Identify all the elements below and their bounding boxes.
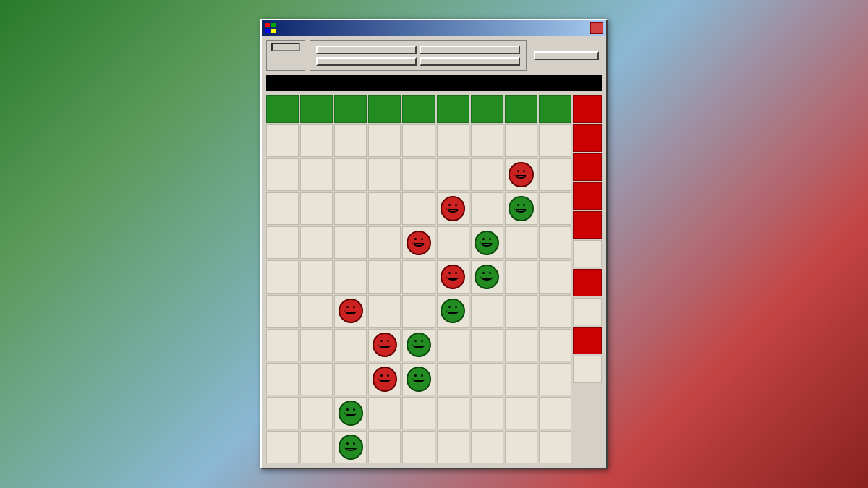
- cell-3-4[interactable]: [402, 226, 435, 259]
- cell-8-8[interactable]: [539, 397, 571, 429]
- cell-8-2[interactable]: [334, 397, 367, 429]
- cell-4-1[interactable]: [300, 260, 333, 293]
- cell-8-1[interactable]: [300, 397, 333, 429]
- cell-2-6[interactable]: [471, 192, 503, 225]
- cell-9-7[interactable]: [505, 431, 537, 463]
- cell-0-3[interactable]: [368, 124, 401, 157]
- close-button[interactable]: [590, 22, 603, 34]
- cell-7-3[interactable]: [368, 363, 401, 395]
- side-cell-6: [573, 269, 602, 296]
- cell-3-3[interactable]: [368, 226, 401, 259]
- cell-4-6[interactable]: [471, 260, 503, 293]
- cell-0-6[interactable]: [471, 124, 503, 157]
- about-button[interactable]: [420, 57, 520, 66]
- cell-4-4[interactable]: [402, 260, 435, 293]
- restart-button[interactable]: [316, 46, 417, 54]
- cell-0-0[interactable]: [266, 124, 299, 157]
- cell-8-6[interactable]: [471, 397, 503, 429]
- cell-4-2[interactable]: [334, 260, 367, 293]
- cell-3-7[interactable]: [505, 226, 537, 259]
- main-grid[interactable]: [266, 124, 571, 463]
- cell-1-5[interactable]: [437, 158, 469, 191]
- cell-7-2[interactable]: [334, 363, 367, 395]
- cell-9-1[interactable]: [300, 431, 333, 463]
- cell-4-0[interactable]: [266, 260, 299, 293]
- cell-0-4[interactable]: [402, 124, 435, 157]
- cell-3-1[interactable]: [300, 226, 333, 259]
- cell-6-5[interactable]: [437, 329, 469, 361]
- computer-start-button[interactable]: [316, 57, 417, 66]
- cell-2-1[interactable]: [300, 192, 333, 225]
- cell-2-4[interactable]: [402, 192, 435, 225]
- cell-0-5[interactable]: [437, 124, 469, 157]
- cell-6-4[interactable]: [402, 329, 435, 361]
- cell-5-5[interactable]: [437, 295, 469, 328]
- cell-9-2[interactable]: [334, 431, 367, 463]
- cell-1-3[interactable]: [368, 158, 401, 191]
- size-value: [271, 43, 300, 51]
- cell-4-5[interactable]: [437, 260, 469, 293]
- cell-9-8[interactable]: [539, 431, 571, 463]
- cell-5-0[interactable]: [266, 295, 299, 328]
- cell-9-0[interactable]: [266, 431, 299, 463]
- cell-3-0[interactable]: [266, 226, 299, 259]
- cell-5-6[interactable]: [471, 295, 503, 328]
- cell-7-6[interactable]: [471, 363, 503, 395]
- cell-8-4[interactable]: [402, 397, 435, 429]
- cell-5-2[interactable]: [334, 295, 367, 328]
- cell-9-3[interactable]: [368, 431, 401, 463]
- exit-button[interactable]: [534, 51, 599, 60]
- cell-7-8[interactable]: [539, 363, 571, 395]
- cell-8-3[interactable]: [368, 397, 401, 429]
- cell-2-2[interactable]: [334, 192, 367, 225]
- cell-5-8[interactable]: [539, 295, 571, 328]
- cell-5-3[interactable]: [368, 295, 401, 328]
- cell-6-3[interactable]: [368, 329, 401, 361]
- cell-7-0[interactable]: [266, 363, 299, 395]
- cell-3-2[interactable]: [334, 226, 367, 259]
- cell-6-2[interactable]: [334, 329, 367, 361]
- cell-7-4[interactable]: [402, 363, 435, 395]
- cell-6-0[interactable]: [266, 329, 299, 361]
- cell-0-1[interactable]: [300, 124, 333, 157]
- cell-3-8[interactable]: [539, 226, 571, 259]
- cell-0-7[interactable]: [505, 124, 537, 157]
- cell-2-8[interactable]: [539, 192, 571, 225]
- cell-5-7[interactable]: [505, 295, 537, 328]
- cell-0-2[interactable]: [334, 124, 367, 157]
- cell-2-3[interactable]: [368, 192, 401, 225]
- cell-8-7[interactable]: [505, 397, 537, 429]
- cell-1-4[interactable]: [402, 158, 435, 191]
- cell-7-5[interactable]: [437, 363, 469, 395]
- cell-9-4[interactable]: [402, 431, 435, 463]
- cell-1-2[interactable]: [334, 158, 367, 191]
- cell-6-8[interactable]: [539, 329, 571, 361]
- cell-4-3[interactable]: [368, 260, 401, 293]
- cell-1-6[interactable]: [471, 158, 503, 191]
- cell-0-8[interactable]: [539, 124, 571, 157]
- cell-2-0[interactable]: [266, 192, 299, 225]
- cell-5-4[interactable]: [402, 295, 435, 328]
- cell-8-0[interactable]: [266, 397, 299, 429]
- cell-6-7[interactable]: [505, 329, 537, 361]
- cell-7-1[interactable]: [300, 363, 333, 395]
- red-piece: [373, 333, 397, 357]
- cell-2-5[interactable]: [437, 192, 469, 225]
- cell-1-0[interactable]: [266, 158, 299, 191]
- cell-9-6[interactable]: [471, 431, 503, 463]
- cell-2-7[interactable]: [505, 192, 537, 225]
- cell-4-8[interactable]: [539, 260, 571, 293]
- cell-9-5[interactable]: [437, 431, 469, 463]
- cell-6-1[interactable]: [300, 329, 333, 361]
- cell-1-1[interactable]: [300, 158, 333, 191]
- cell-5-1[interactable]: [300, 295, 333, 328]
- cell-6-6[interactable]: [471, 329, 503, 361]
- cell-1-8[interactable]: [539, 158, 571, 191]
- cell-8-5[interactable]: [437, 397, 469, 429]
- cell-3-5[interactable]: [437, 226, 469, 259]
- cell-4-7[interactable]: [505, 260, 537, 293]
- cell-3-6[interactable]: [471, 226, 503, 259]
- cell-1-7[interactable]: [505, 158, 537, 191]
- help-button[interactable]: [420, 46, 520, 54]
- cell-7-7[interactable]: [505, 363, 537, 395]
